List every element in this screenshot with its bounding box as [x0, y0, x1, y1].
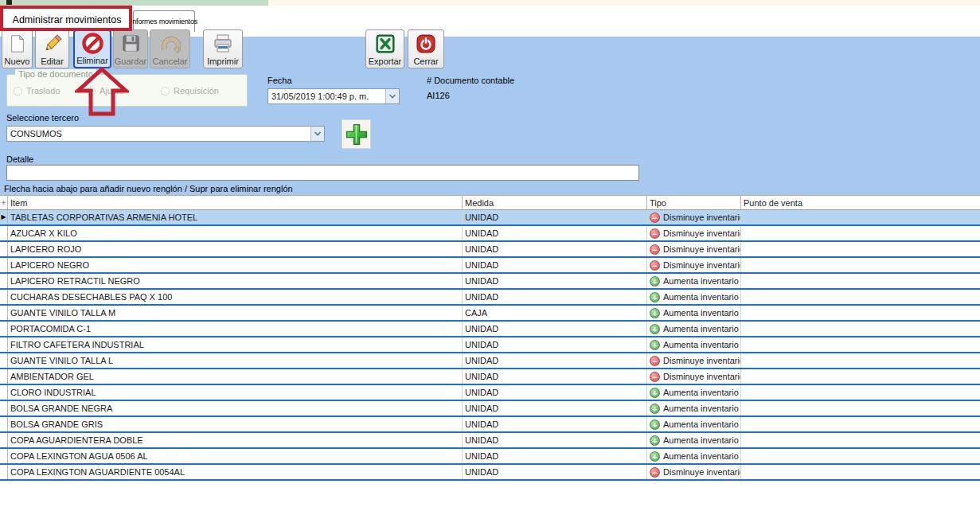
editar-button[interactable]: Editar [35, 29, 69, 68]
cell-item: GUANTE VINILO TALLA L [8, 353, 463, 368]
documento-contable-value: AI126 [427, 91, 450, 100]
table-row[interactable]: LAPICERO RETRACTIL NEGRO UNIDAD + Aument… [0, 274, 980, 290]
cell-item: AMBIENTADOR GEL [8, 369, 463, 384]
tab-informes-movimientos[interactable]: Informes movimientos [133, 10, 195, 32]
cell-tipo: − Disminuye inventaric [647, 242, 741, 256]
imprimir-button-label: Imprimir [207, 57, 239, 66]
table-row[interactable]: GUANTE VINILO TALLA L UNIDAD − Disminuye… [0, 353, 980, 369]
add-tercero-button[interactable] [342, 119, 371, 149]
table-row[interactable]: AZUCAR X KILO UNIDAD − Disminuye inventa… [0, 226, 980, 242]
guardar-button[interactable]: Guardar [113, 29, 148, 68]
cell-tipo: + Aumenta inventario [647, 449, 741, 463]
undo-arrow-icon [160, 30, 181, 57]
table-row[interactable]: LAPICERO NEGRO UNIDAD − Disminuye invent… [0, 258, 980, 274]
cancelar-button[interactable]: Cancelar [150, 29, 190, 68]
table-row[interactable]: PORTACOMIDA C-1 UNIDAD + Aumenta inventa… [0, 322, 980, 337]
table-row[interactable]: BOLSA GRANDE NEGRA UNIDAD + Aumenta inve… [0, 401, 980, 417]
cell-item: COPA LEXINGTON AGUARDIENTE 0054AL [8, 465, 463, 479]
cell-medida: UNIDAD [463, 465, 647, 479]
radio-traslado-label: Traslado [26, 86, 60, 96]
table-row[interactable]: ▶ TABLETAS CORPORATIVAS ARMENIA HOTEL UN… [0, 210, 980, 226]
row-indicator-cell [0, 465, 8, 479]
cell-tipo-label: Disminuye inventaric [663, 244, 741, 254]
grid-header-tipo[interactable]: Tipo [647, 196, 741, 209]
nuevo-button-label: Nuevo [5, 57, 30, 66]
tercero-select[interactable]: CONSUMOS [6, 126, 325, 142]
row-indicator-cell [0, 369, 8, 384]
row-indicator-cell [0, 274, 8, 288]
documento-contable-label: # Documento contable [427, 76, 514, 85]
radio-ajuste[interactable]: Ajuste [87, 86, 161, 96]
table-row[interactable]: COPA AGUARDIENTERA DOBLE UNIDAD + Aument… [0, 433, 980, 449]
cell-tipo: + Aumenta inventario [647, 417, 741, 431]
excel-icon [375, 30, 396, 57]
cell-punto [741, 433, 980, 447]
cell-item: LAPICERO RETRACTIL NEGRO [8, 274, 463, 288]
fecha-picker[interactable]: 31/05/2019 1:00:49 p. m. [267, 88, 400, 104]
grid-header-medida[interactable]: Medida [463, 196, 647, 209]
nuevo-button[interactable]: Nuevo [2, 29, 33, 68]
tipo-icon: − [650, 467, 660, 478]
cell-tipo: + Aumenta inventario [647, 433, 741, 447]
window-icon [6, 0, 12, 5]
cell-punto [741, 210, 980, 224]
printer-icon [213, 30, 233, 57]
row-indicator-cell [0, 449, 8, 463]
table-row[interactable]: GUANTE VINILO TALLA M CAJA + Aumenta inv… [0, 306, 980, 322]
tipo-icon: − [650, 213, 660, 223]
table-row[interactable]: FILTRO CAFETERA INDUSTRIAL UNIDAD + Aume… [0, 337, 980, 353]
tipo-icon: + [650, 388, 660, 398]
grid-header-item[interactable]: Item [8, 196, 463, 209]
tipo-icon: + [650, 308, 660, 318]
cell-tipo-label: Aumenta inventario [663, 292, 739, 302]
cell-tipo: + Aumenta inventario [647, 274, 741, 288]
cell-tipo: − Disminuye inventaric [647, 369, 741, 384]
cell-medida: UNIDAD [463, 449, 647, 463]
table-row[interactable]: CUCHARAS DESECHABLES PAQ X 100 UNIDAD + … [0, 290, 980, 306]
cell-item: GUANTE VINILO TALLA M [8, 306, 463, 320]
row-indicator-cell [0, 306, 8, 320]
floppy-disk-icon [121, 30, 141, 57]
cell-tipo: − Disminuye inventaric [647, 210, 741, 224]
cell-medida: UNIDAD [463, 385, 647, 400]
table-row[interactable]: COPA LEXINGTON AGUARDIENTE 0054AL UNIDAD… [0, 465, 980, 481]
cell-punto [741, 465, 980, 479]
grid-header-punto-de-venta[interactable]: Punto de venta [741, 196, 980, 209]
cell-tipo: + Aumenta inventario [647, 337, 741, 352]
fecha-dropdown-button[interactable] [385, 89, 399, 103]
table-row[interactable]: LAPICERO ROJO UNIDAD − Disminuye inventa… [0, 242, 980, 258]
table-row[interactable]: COPA LEXINGTON AGUA 0506 AL UNIDAD + Aum… [0, 449, 980, 465]
table-row[interactable]: CLORO INDUSTRIAL UNIDAD + Aumenta invent… [0, 385, 980, 401]
cerrar-button-label: Cerrar [413, 57, 438, 66]
cell-punto [741, 449, 980, 463]
detalle-input[interactable] [6, 165, 639, 181]
imprimir-button[interactable]: Imprimir [203, 29, 243, 68]
radio-ajuste-label: Ajuste [100, 86, 124, 96]
table-row[interactable]: BOLSA GRANDE GRIS UNIDAD + Aumenta inven… [0, 417, 980, 433]
radio-traslado[interactable]: Traslado [14, 86, 87, 96]
eliminar-button[interactable]: Eliminar [73, 29, 111, 68]
tipo-icon: + [650, 435, 660, 446]
cell-medida: CAJA [463, 306, 647, 320]
cell-tipo: + Aumenta inventario [647, 306, 741, 320]
radio-requisicion[interactable]: Requisición [161, 86, 219, 96]
tipo-icon: − [650, 356, 660, 366]
cell-tipo-label: Aumenta inventario [663, 419, 739, 429]
power-icon [416, 30, 436, 57]
cell-punto [741, 290, 980, 304]
tipo-icon: + [650, 419, 660, 430]
cell-tipo: − Disminuye inventaric [647, 465, 741, 479]
tipo-icon: + [650, 451, 660, 462]
tercero-dropdown-button[interactable] [310, 127, 324, 141]
table-row[interactable]: AMBIENTADOR GEL UNIDAD − Disminuye inven… [0, 369, 980, 385]
cell-punto [741, 353, 980, 368]
row-indicator-cell [0, 337, 8, 352]
cerrar-button[interactable]: Cerrar [408, 29, 444, 68]
exportar-button[interactable]: Exportar [365, 29, 404, 68]
tab-administrar-movimientos[interactable]: Administrar movimientos [2, 6, 131, 32]
cell-punto [741, 258, 980, 272]
detalle-label: Detalle [6, 154, 33, 164]
tipo-icon: + [650, 404, 660, 414]
cell-punto [741, 417, 980, 431]
radio-requisicion-label: Requisición [174, 86, 219, 96]
